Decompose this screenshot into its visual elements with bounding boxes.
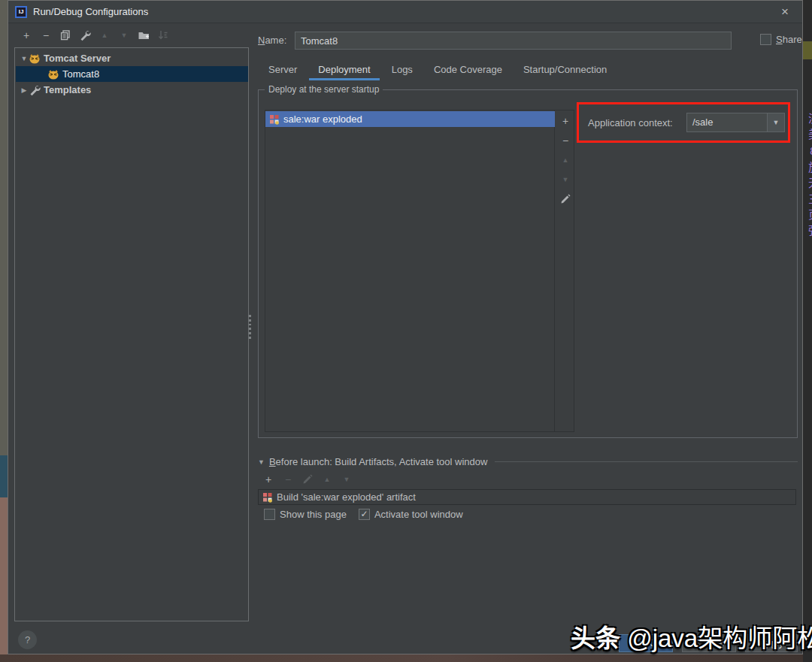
- copy-configuration-icon[interactable]: [59, 29, 71, 41]
- sort-configurations-icon[interactable]: [157, 29, 169, 41]
- background-clipped-text: 济美8於无三页强: [805, 113, 812, 240]
- move-task-up-icon[interactable]: ▲: [321, 473, 333, 485]
- tab-logs[interactable]: Logs: [381, 61, 423, 80]
- tab-deployment[interactable]: Deployment: [308, 61, 380, 80]
- configurations-toolbar: + − ▲ ▼: [20, 29, 169, 41]
- tab-code-coverage[interactable]: Code Coverage: [423, 61, 513, 80]
- move-artifact-up-icon[interactable]: ▲: [559, 154, 571, 166]
- edit-defaults-wrench-icon[interactable]: [79, 29, 91, 41]
- watermark-text: 头条 @java架构师阿松: [571, 618, 811, 654]
- artifact-icon: [262, 491, 274, 503]
- titlebar[interactable]: IJ Run/Debug Configurations ×: [8, 1, 802, 23]
- run-debug-configurations-dialog: IJ Run/Debug Configurations × + − ▲ ▼ ▼ …: [8, 0, 803, 654]
- desktop-bottom-strip: [0, 654, 812, 662]
- expanded-arrow-icon[interactable]: ▼: [20, 55, 29, 62]
- header-rule: [495, 461, 798, 462]
- artifact-icon: [268, 113, 280, 125]
- application-context-value: /sale: [687, 113, 767, 131]
- share-label: Share: [776, 34, 802, 45]
- remove-task-icon[interactable]: −: [282, 473, 294, 485]
- deploy-group-box: Deploy at the server startup sale:war ex…: [258, 89, 798, 438]
- before-launch-toolbar: + − ▲ ▼: [262, 473, 353, 485]
- edit-artifact-pencil-icon[interactable]: [559, 193, 571, 205]
- before-launch-task-row[interactable]: Build 'sale:war exploded' artifact: [258, 489, 796, 505]
- desktop-left-teal-block: [0, 455, 8, 497]
- move-artifact-down-icon[interactable]: ▼: [559, 174, 571, 186]
- share-checkbox[interactable]: Share: [760, 34, 802, 45]
- configuration-tabs: Server Deployment Logs Code Coverage Sta…: [258, 61, 617, 80]
- tree-item-label: Tomcat8: [62, 68, 99, 80]
- help-button[interactable]: ?: [18, 630, 37, 649]
- share-checkbox-box[interactable]: [760, 34, 771, 45]
- show-this-page-checkbox-box[interactable]: [264, 509, 275, 520]
- name-label: Name:: [258, 35, 286, 46]
- tree-item-tomcat-server[interactable]: ▼ Tomcat Server: [16, 50, 248, 66]
- show-this-page-checkbox[interactable]: Show this page: [264, 509, 347, 520]
- add-configuration-icon[interactable]: +: [20, 29, 32, 41]
- desktop-right-olive-block: [803, 41, 812, 59]
- before-launch-title: Before launch: Build Artifacts, Activate…: [269, 456, 488, 467]
- activate-tool-window-label: Activate tool window: [374, 509, 463, 520]
- before-launch-header[interactable]: ▼ Before launch: Build Artifacts, Activa…: [258, 456, 798, 467]
- deploy-list-container: sale:war exploded + − ▲ ▼: [265, 110, 574, 432]
- combobox-dropdown-icon[interactable]: ▼: [767, 113, 784, 131]
- desktop-left-warm-block: [0, 497, 8, 662]
- move-down-icon[interactable]: ▼: [118, 29, 130, 41]
- expanded-arrow-icon[interactable]: ▼: [258, 458, 265, 466]
- dialog-title: Run/Debug Configurations: [33, 6, 148, 17]
- panel-splitter-handle[interactable]: [248, 315, 252, 339]
- templates-wrench-icon: [29, 84, 41, 96]
- name-input[interactable]: [295, 32, 732, 50]
- application-context-combobox[interactable]: /sale ▼: [686, 113, 785, 132]
- intellij-logo-icon: IJ: [15, 6, 27, 18]
- deploy-side-toolbar: + − ▲ ▼: [556, 110, 575, 431]
- move-up-icon[interactable]: ▲: [98, 29, 111, 41]
- add-task-icon[interactable]: +: [262, 473, 274, 485]
- before-launch-task-label: Build 'sale:war exploded' artifact: [277, 491, 416, 503]
- tree-item-tomcat8-selected[interactable]: Tomcat8: [16, 66, 248, 82]
- edit-task-pencil-icon[interactable]: [301, 473, 314, 485]
- tomcat-icon: [47, 68, 59, 80]
- red-annotation-rectangle: Application context: /sale ▼: [577, 102, 790, 143]
- remove-artifact-icon[interactable]: −: [559, 135, 571, 147]
- configurations-tree: ▼ Tomcat Server Tomcat8 ▶ Templates: [14, 47, 249, 621]
- tab-server[interactable]: Server: [258, 61, 308, 80]
- new-folder-icon[interactable]: [138, 29, 150, 41]
- tomcat-icon: [29, 53, 41, 65]
- tree-item-label: Templates: [44, 84, 91, 95]
- deploy-artifact-list[interactable]: sale:war exploded: [265, 110, 555, 431]
- deploy-item-label: sale:war exploded: [283, 113, 362, 125]
- move-task-down-icon[interactable]: ▼: [341, 473, 353, 485]
- collapsed-arrow-icon[interactable]: ▶: [20, 86, 29, 94]
- show-this-page-label: Show this page: [280, 509, 347, 520]
- tree-item-templates[interactable]: ▶ Templates: [16, 82, 248, 98]
- tab-startup-connection[interactable]: Startup/Connection: [513, 61, 617, 80]
- before-launch-options: Show this page ✓ Activate tool window: [264, 509, 463, 520]
- activate-tool-window-checkbox[interactable]: ✓ Activate tool window: [359, 509, 463, 520]
- desktop-right-strip: 济美8於无三页强: [803, 0, 812, 662]
- activate-tool-window-checkbox-box[interactable]: ✓: [359, 509, 370, 520]
- application-context-label: Application context:: [588, 117, 673, 128]
- deploy-group-label: Deploy at the server startup: [265, 84, 383, 95]
- tree-item-label: Tomcat Server: [44, 53, 111, 64]
- add-artifact-icon[interactable]: +: [559, 115, 571, 127]
- deploy-list-item-selected[interactable]: sale:war exploded: [265, 111, 555, 127]
- remove-configuration-icon[interactable]: −: [40, 29, 52, 41]
- close-icon[interactable]: ×: [777, 4, 793, 20]
